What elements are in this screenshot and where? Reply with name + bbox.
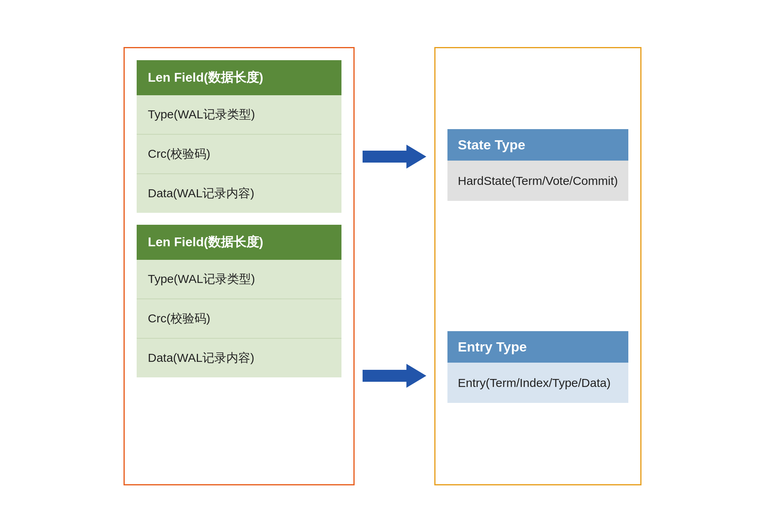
field-row-2-3: Data(WAL记录内容) bbox=[137, 339, 341, 377]
field-row-2-1: Type(WAL记录类型) bbox=[137, 260, 341, 299]
entry-type-card: Entry Type Entry(Term/Index/Type/Data) bbox=[447, 331, 628, 403]
svg-marker-0 bbox=[363, 145, 426, 169]
arrows-area bbox=[355, 47, 434, 485]
len-field-header-2: Len Field(数据长度) bbox=[137, 225, 341, 260]
svg-marker-1 bbox=[363, 364, 426, 388]
entry-type-body: Entry(Term/Index/Type/Data) bbox=[447, 363, 628, 403]
entry-type-header: Entry Type bbox=[447, 331, 628, 363]
field-row-1-2: Crc(校验码) bbox=[137, 135, 341, 174]
arrow-2-wrapper bbox=[355, 364, 434, 388]
len-field-header-1: Len Field(数据长度) bbox=[137, 60, 341, 95]
state-type-body: HardState(Term/Vote/Commit) bbox=[447, 161, 628, 201]
diagram-container: Len Field(数据长度) Type(WAL记录类型) Crc(校验码) D… bbox=[124, 47, 641, 485]
field-block-2: Len Field(数据长度) Type(WAL记录类型) Crc(校验码) D… bbox=[137, 225, 341, 377]
field-row-1-3: Data(WAL记录内容) bbox=[137, 174, 341, 213]
field-row-1-1: Type(WAL记录类型) bbox=[137, 95, 341, 135]
state-type-header: State Type bbox=[447, 129, 628, 161]
field-block-1: Len Field(数据长度) Type(WAL记录类型) Crc(校验码) D… bbox=[137, 60, 341, 213]
state-type-card: State Type HardState(Term/Vote/Commit) bbox=[447, 129, 628, 201]
arrow-1-icon bbox=[363, 145, 426, 169]
right-panel: State Type HardState(Term/Vote/Commit) E… bbox=[434, 47, 641, 485]
left-panel: Len Field(数据长度) Type(WAL记录类型) Crc(校验码) D… bbox=[124, 47, 355, 485]
arrow-2-icon bbox=[363, 364, 426, 388]
arrow-1-wrapper bbox=[355, 145, 434, 169]
field-row-2-2: Crc(校验码) bbox=[137, 299, 341, 339]
